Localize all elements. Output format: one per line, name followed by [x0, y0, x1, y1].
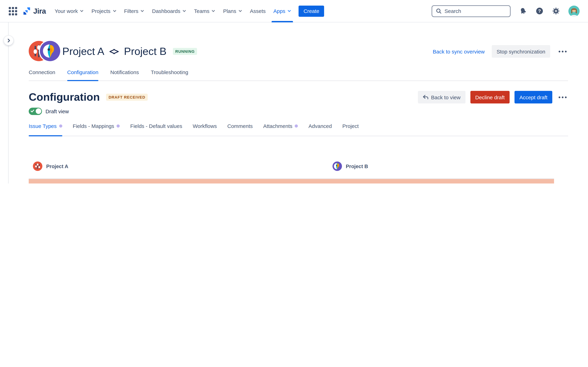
project-b-avatar [39, 40, 61, 62]
subtab-project[interactable]: Project [342, 123, 359, 136]
help-icon[interactable]: ? [536, 7, 544, 15]
change-indicator-dot [295, 125, 298, 128]
running-status-badge: RUNNING [173, 48, 197, 55]
configuration-header: Configuration DRAFT RECEIVED Back to vie… [29, 88, 568, 106]
subtab-fields-default-values[interactable]: Fields - Default values [130, 123, 182, 136]
nav-item-teams[interactable]: Teams [190, 0, 219, 22]
chevron-down-icon [80, 9, 84, 13]
search-placeholder: Search [444, 8, 461, 14]
chevron-down-icon [182, 9, 186, 13]
change-indicator-dot [117, 125, 120, 128]
project-b-name: Project B [124, 45, 166, 57]
configuration-actions: Back to view Decline draft Accept draft [418, 91, 568, 103]
jira-logo[interactable]: Jira [22, 7, 46, 15]
subtab-issue-types[interactable]: Issue Types [29, 123, 62, 136]
tab-troubleshooting[interactable]: Troubleshooting [151, 69, 188, 80]
mapping-row[interactable]: Task ⟶ Task [29, 179, 554, 184]
nav-item-projects[interactable]: Projects [88, 0, 120, 22]
nav-item-assets[interactable]: Assets [246, 0, 269, 22]
sync-header: Project A Project B RUNNING Back to sync… [29, 41, 568, 62]
tab-notifications[interactable]: Notifications [110, 69, 139, 80]
more-config-actions-button[interactable] [557, 94, 568, 100]
chevron-down-icon [112, 9, 116, 13]
sync-header-actions: Back to sync overview Stop synchronizati… [433, 45, 568, 58]
chevron-down-icon [212, 9, 216, 13]
more-actions-button[interactable] [557, 48, 568, 54]
tab-connection[interactable]: Connection [29, 69, 55, 80]
accept-draft-button[interactable]: Accept draft [515, 91, 552, 103]
app-switcher-icon[interactable] [9, 7, 17, 16]
change-indicator-dot [59, 125, 62, 128]
subtab-attachments[interactable]: Attachments [263, 123, 298, 136]
check-icon [30, 109, 34, 113]
sync-title: Project A Project B [62, 45, 167, 57]
nav-item-dashboards[interactable]: Dashboards [148, 0, 190, 22]
subtab-fields-mappings[interactable]: Fields - Mappings [73, 123, 120, 136]
jira-logo-text: Jira [33, 7, 46, 15]
project-b-icon [332, 161, 342, 171]
nav-right-cluster: Search ? [432, 5, 579, 17]
sidebar-expand-button[interactable] [3, 35, 14, 45]
nav-item-filters[interactable]: Filters [120, 0, 148, 22]
create-button[interactable]: Create [299, 5, 324, 17]
return-arrow-icon [423, 95, 428, 100]
nav-item-your-work[interactable]: Your work [51, 0, 87, 22]
draft-view-toggle-row: Draft view [29, 107, 69, 115]
chevron-down-icon [140, 9, 144, 13]
notifications-bell-icon[interactable] [519, 7, 527, 15]
toggle-knob [35, 108, 41, 114]
project-a-column-header: Project A [33, 161, 68, 171]
nav-item-apps[interactable]: Apps [269, 0, 295, 22]
subtab-workflows[interactable]: Workflows [193, 123, 217, 136]
tab-configuration[interactable]: Configuration [67, 69, 98, 80]
project-b-column-header: Project B [332, 161, 368, 171]
active-nav-underline [272, 21, 293, 22]
page-title: Configuration [29, 91, 100, 103]
subtab-comments[interactable]: Comments [227, 123, 253, 136]
project-avatar-pair [29, 41, 60, 62]
chevron-down-icon [238, 9, 242, 13]
user-avatar[interactable] [568, 5, 579, 17]
project-a-icon [33, 161, 42, 171]
sync-diamond-icon [109, 48, 119, 54]
jira-sync-configuration-page: Jira Your work Projects Filters Dashboar… [0, 0, 588, 184]
issue-type-mapping-table: Task ⟶ Task Story ⟶ Story Story [29, 178, 554, 184]
chevron-down-icon [287, 9, 291, 13]
mapping-column-headers: Project A Project B [29, 161, 554, 173]
search-input[interactable]: Search [432, 5, 511, 17]
jira-logo-icon [22, 7, 31, 15]
chevron-right-icon [7, 38, 11, 42]
draft-received-badge: DRAFT RECEIVED [106, 94, 148, 101]
nav-item-plans[interactable]: Plans [219, 0, 246, 22]
draft-view-toggle[interactable] [29, 108, 42, 115]
nav-menu: Your work Projects Filters Dashboards Te… [51, 0, 295, 22]
back-to-view-button[interactable]: Back to view [418, 91, 465, 103]
draft-view-label: Draft view [45, 108, 69, 114]
configuration-subtabs: Issue Types Fields - Mappings Fields - D… [29, 123, 568, 136]
project-a-name: Project A [62, 45, 104, 57]
stop-synchronization-button[interactable]: Stop synchronization [492, 45, 550, 58]
svg-text:?: ? [538, 8, 541, 13]
sync-tabs: Connection Configuration Notifications T… [29, 69, 568, 81]
subtab-advanced[interactable]: Advanced [309, 123, 332, 136]
sidebar-divider [8, 22, 9, 184]
back-to-sync-overview-link[interactable]: Back to sync overview [433, 48, 485, 54]
search-icon [436, 8, 442, 14]
decline-draft-button[interactable]: Decline draft [470, 91, 510, 103]
top-navigation-bar: Jira Your work Projects Filters Dashboar… [0, 0, 588, 22]
settings-gear-icon[interactable] [552, 7, 560, 15]
